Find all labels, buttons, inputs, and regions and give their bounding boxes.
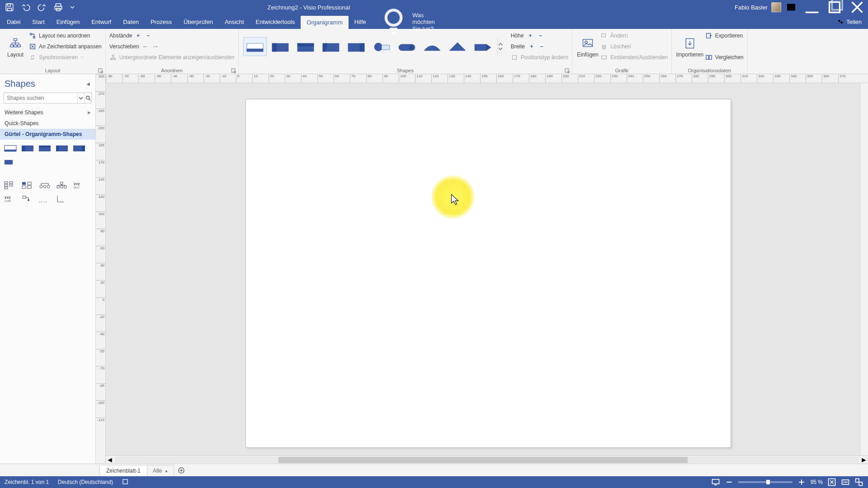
exportieren-button[interactable]: Exportieren: [705, 31, 744, 41]
shape-style-3[interactable]: [294, 37, 317, 56]
stencil-shape-connector[interactable]: [21, 194, 34, 204]
dialog-launcher-icon[interactable]: [98, 67, 104, 73]
fit-page-icon[interactable]: [827, 478, 836, 487]
stencil-shape-dashed[interactable]: [38, 194, 52, 204]
verschieben-left-button[interactable]: ←: [142, 42, 149, 51]
stencil-shape-xyzcorp[interactable]: XYZCORP: [4, 194, 17, 204]
layout-neu-anordnen-button[interactable]: Layout neu anordnen: [29, 31, 102, 41]
tab-organigramm[interactable]: Organigramm: [301, 16, 348, 29]
shape-style-4[interactable]: [319, 37, 343, 56]
scroll-thumb[interactable]: [278, 457, 688, 463]
tab-datei[interactable]: Datei: [1, 14, 26, 29]
tab-start[interactable]: Start: [26, 14, 50, 29]
tab-ansicht[interactable]: Ansicht: [219, 14, 250, 29]
print-icon[interactable]: [53, 2, 63, 12]
shape-style-10[interactable]: [471, 37, 495, 56]
status-language[interactable]: Deutsch (Deutschland): [58, 479, 113, 485]
close-button[interactable]: [848, 0, 866, 14]
maximize-button[interactable]: [826, 0, 844, 14]
shapes-search[interactable]: [4, 93, 92, 103]
dialog-launcher-icon[interactable]: [231, 67, 236, 73]
add-sheet-button[interactable]: [174, 464, 189, 476]
stencil-shape-4[interactable]: [55, 143, 69, 153]
sheet-filter-dropdown[interactable]: Alle ▲: [147, 465, 174, 476]
abstande-minus-button[interactable]: −: [145, 33, 151, 39]
active-stencil-row[interactable]: Gürtel - Organigramm-Shapes: [0, 129, 95, 140]
shape-style-7[interactable]: [395, 37, 419, 56]
stencil-shape-9[interactable]: [38, 180, 52, 190]
pan-zoom-window-icon[interactable]: [854, 478, 863, 487]
shapes-search-input[interactable]: [4, 93, 77, 103]
layout-button[interactable]: Layout: [4, 31, 27, 64]
stencil-shape-5[interactable]: [72, 143, 86, 153]
gallery-expand-button[interactable]: [497, 37, 504, 56]
vergleichen-button[interactable]: Vergleichen: [705, 52, 744, 62]
share-button[interactable]: Teilen: [831, 14, 868, 29]
stencil-shape-1[interactable]: [4, 143, 17, 153]
tab-prozess[interactable]: Prozess: [145, 14, 178, 29]
shape-style-2[interactable]: [269, 37, 292, 56]
user-account[interactable]: Fabio Basler: [735, 2, 781, 12]
importieren-button[interactable]: Importieren: [675, 31, 704, 64]
search-dropdown-icon[interactable]: [77, 93, 85, 103]
stencil-shape-3[interactable]: [38, 143, 52, 153]
shape-style-6[interactable]: [370, 37, 393, 56]
macro-recorder-icon[interactable]: [122, 479, 128, 486]
stencil-shape-2[interactable]: [21, 143, 34, 153]
shape-style-9[interactable]: [446, 37, 469, 56]
more-shapes-row[interactable]: Weitere Shapes ▶: [0, 107, 95, 118]
scroll-left-icon[interactable]: ◄: [106, 456, 114, 464]
hohe-plus-button[interactable]: +: [527, 33, 533, 39]
breite-minus-button[interactable]: −: [538, 43, 545, 50]
fit-width-icon[interactable]: [841, 478, 850, 487]
tab-entwicklertools[interactable]: Entwicklertools: [250, 14, 301, 29]
tell-me-search[interactable]: Was möchten Sie tun?: [372, 14, 441, 29]
presentation-mode-icon[interactable]: [711, 478, 720, 487]
stencil-shape-8[interactable]: [21, 180, 34, 190]
zoom-in-button[interactable]: [797, 478, 806, 487]
zoom-thumb[interactable]: [766, 480, 770, 484]
svg-rect-52: [22, 145, 25, 151]
hruler-tick: -80: [106, 74, 113, 83]
zoom-out-button[interactable]: [725, 478, 734, 487]
minimize-button[interactable]: [803, 0, 821, 14]
shape-style-1[interactable]: [243, 37, 267, 56]
save-icon[interactable]: [5, 2, 14, 12]
an-zeichenblatt-anpassen-button[interactable]: An Zeichenblatt anpassen: [29, 42, 102, 52]
stencil-shape-xyz[interactable]: XYZ04/13: [72, 180, 86, 190]
canvas[interactable]: [106, 83, 868, 455]
dialog-launcher-icon[interactable]: [565, 67, 570, 73]
shape-style-8[interactable]: [420, 37, 444, 56]
verschieben-right-button[interactable]: →: [152, 42, 159, 51]
redo-icon[interactable]: [37, 2, 47, 12]
undo-icon[interactable]: [21, 2, 31, 12]
zoom-slider[interactable]: [738, 481, 793, 483]
ribbon-display-options-icon[interactable]: [786, 2, 797, 12]
svg-rect-2: [8, 8, 12, 11]
vertical-scrollbar[interactable]: [860, 83, 868, 455]
scroll-track[interactable]: [115, 457, 859, 463]
breite-plus-button[interactable]: +: [528, 43, 535, 50]
einfugen-button[interactable]: Einfügen: [576, 31, 599, 64]
pane-collapse-icon[interactable]: ◄: [85, 81, 91, 87]
hohe-minus-button[interactable]: −: [537, 33, 543, 39]
stencil-shape-10[interactable]: [55, 180, 69, 190]
stencil-shape-l[interactable]: [55, 194, 69, 204]
search-icon[interactable]: [85, 93, 92, 103]
tab-einfügen[interactable]: Einfügen: [51, 14, 85, 29]
abstande-plus-button[interactable]: +: [135, 33, 141, 39]
stencil-shape-7[interactable]: [4, 180, 17, 190]
tab-überprüfen[interactable]: Überprüfen: [178, 14, 219, 29]
stencil-shape-6[interactable]: [4, 157, 17, 167]
tab-hilfe[interactable]: Hilfe: [349, 14, 372, 29]
scroll-right-icon[interactable]: ►: [860, 456, 868, 464]
sheet-tab-1[interactable]: Zeichenblatt-1: [99, 465, 147, 476]
zoom-percent[interactable]: 95 %: [811, 479, 823, 485]
vruler-tick: 245: [96, 108, 105, 113]
tab-entwurf[interactable]: Entwurf: [85, 14, 117, 29]
horizontal-scrollbar[interactable]: ◄ ►: [106, 455, 868, 464]
tab-daten[interactable]: Daten: [117, 14, 145, 29]
quick-shapes-row[interactable]: Quick-Shapes: [0, 118, 95, 129]
qat-dropdown-icon[interactable]: [70, 2, 75, 12]
shape-style-5[interactable]: [344, 37, 368, 56]
